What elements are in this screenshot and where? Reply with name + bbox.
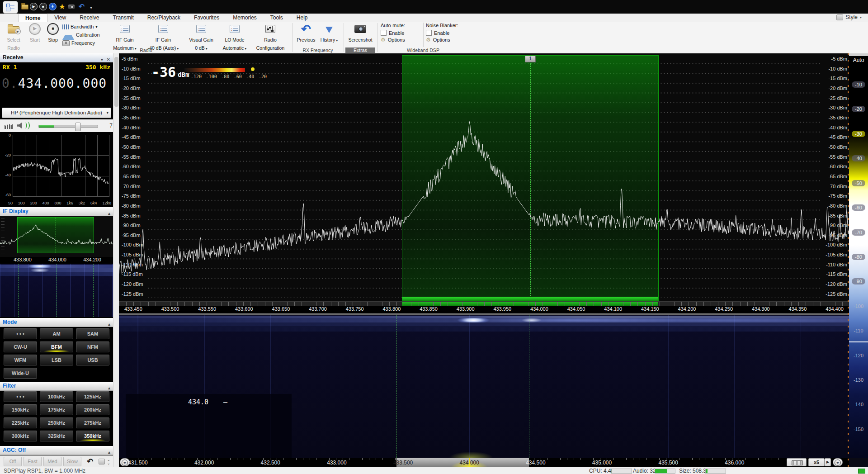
scale-label[interactable]: -100 [852,303,865,309]
equalizer-icon[interactable] [5,123,13,129]
scale-label[interactable]: -120 [852,352,865,359]
rf-gain-button[interactable]: RF Gain Maximum▾ [108,23,142,46]
scroll-right-button[interactable]: ◂▸ [833,458,843,466]
image-icon[interactable] [99,459,105,465]
mode-button[interactable]: Wide-U [4,368,37,379]
agc-button[interactable]: Off [4,457,22,466]
filter-button[interactable]: 225kHz [4,417,37,428]
if-waterfall[interactable] [0,264,113,317]
mode-button[interactable]: USB [76,355,109,365]
select-radio-button[interactable]: ▶ Select Radio [3,23,24,46]
menu-tab[interactable]: Memories [226,14,264,22]
scale-label[interactable]: -130 [852,377,865,383]
filter-button[interactable]: 125kHz [76,391,109,402]
speaker-icon[interactable] [17,123,22,128]
agc-button[interactable]: Slow [63,457,81,466]
frequency-digits[interactable]: 0.434.000.000 [2,76,107,91]
scale-label[interactable]: -140 [852,401,865,408]
agc-button[interactable]: Med [43,457,61,466]
undo-arrow-icon[interactable]: ↶ [87,457,93,466]
filter-button[interactable]: 325kHz [40,431,73,441]
scale-label[interactable]: -150 [852,426,865,432]
radio-configuration-button[interactable]: Radio Configuration [251,23,289,46]
menu-tab[interactable]: Help [290,14,315,22]
agc-button[interactable]: Fast [24,457,42,466]
frequency-button[interactable]: Frequency [62,39,95,47]
volume-slider-thumb[interactable] [75,123,81,131]
style-selector[interactable]: Style ▾ [836,14,862,20]
open-file-icon[interactable] [21,3,28,10]
mode-button[interactable]: • • • [4,328,37,339]
filter-button[interactable]: 175kHz [40,404,73,415]
scale-label[interactable]: -60 [852,204,865,211]
scrollbar-thumb[interactable] [114,57,118,107]
mode-button[interactable]: SAM [76,328,109,339]
scale-slider-line[interactable] [849,341,868,342]
filter-button[interactable]: 300kHz [4,431,37,441]
menu-tab[interactable]: Favourites [187,14,226,22]
filter-button[interactable]: 150kHz [4,404,37,415]
auto-scale-label[interactable]: Auto [849,56,868,64]
quick-start-icon[interactable]: ▶ [30,3,38,10]
quick-access-more-icon[interactable]: ▾ [87,4,95,12]
noise-blanker-enable-checkbox[interactable]: Enable [426,30,467,36]
undo-icon[interactable]: ↶ [78,3,85,10]
frequency-navigator[interactable]: 431.500432.000432.500433.000433.500434.0… [119,458,849,467]
filter-button[interactable]: 100kHz [40,391,73,402]
camera-icon[interactable] [68,3,75,10]
palette-marker-dot[interactable] [251,67,255,71]
volume-slider[interactable] [38,125,98,128]
scale-label[interactable]: -10 [852,81,865,88]
scale-label[interactable]: -90 [852,278,865,284]
filter-button[interactable]: 275kHz [76,417,109,428]
audio-device-select[interactable]: HP (Périphérique High Definition Audio)▾ [2,108,111,118]
menu-tab[interactable]: Tools [264,14,290,22]
calibration-button[interactable]: Calibration [62,31,100,38]
collapse-icon[interactable]: ▴ [108,320,110,328]
zoom-arrow-button[interactable]: ▶ [825,458,831,466]
auto-mute-enable-checkbox[interactable]: Enable [381,30,421,36]
auto-mute-options-button[interactable]: ⚙Options [381,37,421,43]
menu-tab[interactable]: Rec/Playback [141,14,187,22]
bandwidth-button[interactable]: Bandwidth▾ [62,23,97,30]
wideband-waterfall[interactable]: 434.0 — Freq:433.940.075 MHz Span:±500 k… [119,315,849,458]
keyboard-entry-button[interactable] [787,458,807,466]
filter-button[interactable]: • • • [4,391,37,402]
scale-label[interactable]: -40 [852,155,865,161]
app-menu-button[interactable] [3,1,18,14]
screenshot-button[interactable]: Screenshot [346,23,374,46]
scale-label[interactable]: -110 [852,327,865,334]
filter-button[interactable]: 350kHz [76,431,109,441]
mode-button[interactable]: CW-U [4,341,37,352]
quick-stop-icon[interactable]: ■ [39,3,47,10]
menu-tab[interactable]: Receive [73,14,106,22]
scale-label[interactable]: -70 [852,229,865,236]
mode-button[interactable]: LSB [40,355,73,365]
previous-button[interactable]: ↶ Previous [295,23,317,46]
mode-button[interactable]: AM [40,328,73,339]
if-spectrum[interactable] [0,216,113,257]
stop-button[interactable]: ■ Stop [44,23,61,46]
add-icon[interactable]: + [49,3,57,10]
scale-label[interactable]: -20 [852,106,865,112]
filter-button[interactable]: 200kHz [76,404,109,415]
chevron-down-icon[interactable]: ⌄⌄ [107,458,110,465]
menu-tab[interactable]: Transmit [106,14,141,22]
mode-button[interactable]: WFM [4,355,37,365]
favourite-icon[interactable]: ★ [58,3,66,10]
mode-button[interactable]: NFM [76,341,109,352]
noise-blanker-options-button[interactable]: ⚙Options [426,37,467,43]
lo-mode-button[interactable]: LO Mode Automatic▾ [219,23,250,46]
filter-button[interactable]: 250kHz [40,417,73,428]
left-panel-scrollbar[interactable] [113,53,119,467]
start-button[interactable]: ▶ Start [26,23,43,46]
menu-tab[interactable]: View [47,14,73,22]
scale-label[interactable]: -80 [852,254,865,260]
history-button[interactable]: History▾ [318,23,340,46]
zoom-level-button[interactable]: x5 [808,458,825,466]
scale-label[interactable]: -30 [852,131,865,137]
visual-gain-button[interactable]: Visual Gain 0 dB▾ [184,23,218,46]
scale-label[interactable]: -50 [852,180,865,186]
mode-button[interactable]: BFM [40,341,73,352]
menu-tab[interactable]: Home [18,14,47,23]
